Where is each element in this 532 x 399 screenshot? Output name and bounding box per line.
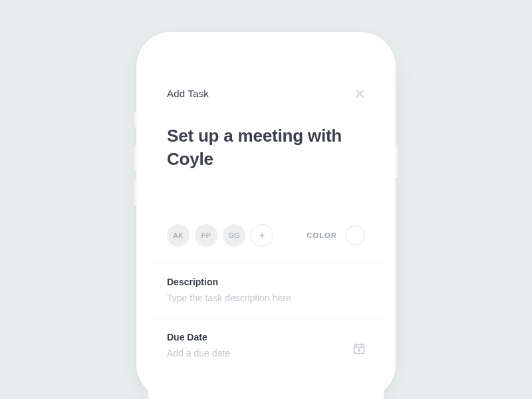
phone-volume-down xyxy=(134,180,136,206)
modal-header: Add Task xyxy=(148,72,384,99)
assignee-avatar[interactable]: FP xyxy=(195,224,217,247)
due-date-label: Due Date xyxy=(167,332,365,342)
modal-title: Add Task xyxy=(167,88,209,99)
phone-power-button xyxy=(396,145,398,178)
description-placeholder: Type the task description here xyxy=(167,293,365,303)
description-label: Description xyxy=(167,277,365,287)
task-title-input[interactable]: Set up a meeting with Coyle xyxy=(148,99,384,171)
assignee-avatars: AK FP GG + xyxy=(167,224,273,247)
phone-frame: Add Task Set up a meeting with Coyle AK … xyxy=(136,32,396,399)
assignee-avatar[interactable]: GG xyxy=(223,224,245,247)
description-section[interactable]: Description Type the task description he… xyxy=(148,263,384,318)
calendar-icon[interactable] xyxy=(353,342,365,354)
color-label: COLOR xyxy=(307,231,337,239)
phone-volume-up xyxy=(134,145,136,172)
app-screen: Add Task Set up a meeting with Coyle AK … xyxy=(148,72,384,399)
due-date-placeholder: Add a due date xyxy=(167,348,365,358)
close-icon[interactable] xyxy=(354,88,365,99)
due-date-section[interactable]: Due Date Add a due date xyxy=(148,319,384,373)
color-picker-group: COLOR xyxy=(307,225,365,245)
add-assignee-button[interactable]: + xyxy=(251,224,273,247)
color-swatch-button[interactable] xyxy=(345,225,365,245)
assignees-color-row: AK FP GG + COLOR xyxy=(148,171,384,263)
assignee-avatar[interactable]: AK xyxy=(167,224,190,247)
phone-mute-switch xyxy=(134,112,136,128)
